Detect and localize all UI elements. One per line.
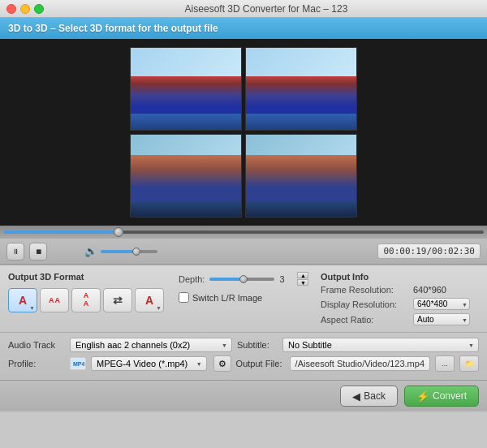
- convert-label: Convert: [433, 390, 467, 402]
- profile-label: Profile:: [8, 359, 65, 368]
- svg-text:MP4: MP4: [73, 361, 84, 367]
- display-resolution-select[interactable]: 640*480 1280*720 1920*1080: [413, 298, 470, 310]
- browse-button[interactable]: ...: [435, 355, 455, 372]
- depth-label: Depth:: [179, 274, 205, 284]
- aspect-ratio-select[interactable]: Auto 4:3 16:9: [413, 313, 470, 325]
- bottom-section: Audio Track English aac 2 channels (0x2)…: [0, 332, 487, 380]
- profile-logo-icon: MP4: [70, 357, 86, 370]
- convert-icon: ⚡: [416, 390, 429, 403]
- traffic-lights: [6, 4, 44, 14]
- format-btn-checker[interactable]: A ▼: [135, 288, 164, 312]
- volume-icon: 🔊: [84, 245, 97, 257]
- volume-slider[interactable]: [101, 250, 157, 253]
- time-display: 00:00:19/00:02:30: [377, 243, 481, 259]
- settings-panel: Output 3D Format A ▼ A A A A: [0, 265, 487, 332]
- folder-button[interactable]: 📁: [459, 355, 479, 372]
- format-btn-sbs[interactable]: A A: [40, 288, 69, 312]
- depth-slider[interactable]: [209, 278, 274, 281]
- spin-down[interactable]: ▼: [297, 279, 308, 286]
- format-btn-tb[interactable]: A A: [71, 288, 101, 312]
- video-cell-tr: [245, 47, 357, 131]
- controls-bar: ⏸ ⏹ 🔊 00:00:19/00:02:30: [0, 239, 487, 265]
- close-button[interactable]: [6, 4, 16, 14]
- display-resolution-label: Display Resolution:: [321, 299, 410, 309]
- video-grid: [130, 47, 357, 218]
- spin-up[interactable]: ▲: [297, 272, 308, 278]
- depth-spinner[interactable]: ▲ ▼: [297, 272, 308, 286]
- format-left: Output 3D Format A ▼ A A A A: [8, 272, 164, 312]
- subtitle-select[interactable]: No Subtitle: [282, 338, 479, 352]
- audio-select[interactable]: English aac 2 channels (0x2): [70, 338, 232, 352]
- output-file-path: /Aiseesoft Studio/Video/123.mp4: [290, 356, 430, 371]
- volume-section: 🔊: [84, 245, 157, 257]
- audio-label: Audio Track: [8, 340, 65, 350]
- audio-row: Audio Track English aac 2 channels (0x2)…: [8, 338, 479, 352]
- frame-resolution-value: 640*960: [413, 285, 446, 295]
- switch-lr-label: Switch L/R Image: [192, 293, 262, 303]
- switch-lr-checkbox[interactable]: [179, 292, 189, 303]
- output-info-title: Output Info: [321, 272, 479, 282]
- window-title: Aiseesoft 3D Converter for Mac – 123: [52, 3, 481, 15]
- audio-select-wrap[interactable]: English aac 2 channels (0x2): [70, 338, 232, 352]
- seek-bar-container[interactable]: [0, 226, 487, 239]
- volume-thumb[interactable]: [132, 248, 140, 256]
- output-file-label: Output File:: [236, 359, 285, 368]
- depth-value: 3: [279, 274, 292, 284]
- output-file-section: Output File: /Aiseesoft Studio/Video/123…: [236, 355, 479, 372]
- profile-row: Profile: MP4 MPEG-4 Video (*.mp4) ⚙ Outp…: [8, 355, 479, 372]
- back-icon: ◀: [352, 390, 360, 403]
- action-row: ◀ Back ⚡ Convert: [0, 380, 487, 411]
- aspect-ratio-select-wrap[interactable]: Auto 4:3 16:9: [413, 313, 470, 325]
- video-cell-br: [245, 134, 357, 218]
- frame-resolution-label: Frame Resolution:: [321, 285, 410, 295]
- minimize-button[interactable]: [20, 4, 30, 14]
- subtitle-label: Subtitle:: [237, 340, 278, 350]
- depth-section: Depth: 3 ▲ ▼ Switch L/R Image: [179, 272, 308, 303]
- aspect-ratio-row: Aspect Ratio: Auto 4:3 16:9: [321, 313, 479, 325]
- format-buttons: A ▼ A A A A ⇄ A: [8, 288, 164, 312]
- format-btn-anaglyph[interactable]: A ▼: [8, 288, 37, 312]
- back-label: Back: [364, 390, 386, 402]
- video-preview: [0, 39, 487, 226]
- format-row: Output 3D Format A ▼ A A A A: [8, 272, 479, 325]
- depth-thumb[interactable]: [239, 275, 248, 283]
- profile-select[interactable]: MPEG-4 Video (*.mp4): [91, 356, 207, 371]
- pause-button[interactable]: ⏸: [6, 243, 24, 261]
- format-section-label: Output 3D Format: [8, 272, 164, 282]
- video-cell-tl: [130, 47, 242, 131]
- header-label: 3D to 3D – Select 3D format for the outp…: [8, 23, 218, 34]
- subtitle-section: Subtitle: No Subtitle: [237, 338, 479, 352]
- back-button[interactable]: ◀ Back: [340, 386, 398, 407]
- format-btn-interlaced[interactable]: ⇄: [103, 288, 132, 312]
- display-resolution-select-wrap[interactable]: 640*480 1280*720 1920*1080: [413, 298, 470, 310]
- aspect-ratio-label: Aspect Ratio:: [321, 315, 410, 325]
- maximize-button[interactable]: [34, 4, 44, 14]
- stop-button[interactable]: ⏹: [29, 243, 47, 261]
- seek-thumb[interactable]: [114, 227, 123, 237]
- profile-settings-button[interactable]: ⚙: [213, 355, 231, 372]
- title-bar: Aiseesoft 3D Converter for Mac – 123: [0, 0, 487, 18]
- header-bar: 3D to 3D – Select 3D format for the outp…: [0, 18, 487, 39]
- subtitle-select-wrap[interactable]: No Subtitle: [282, 338, 479, 352]
- switch-lr-row: Switch L/R Image: [179, 292, 308, 303]
- video-cell-bl: [130, 134, 242, 218]
- convert-button[interactable]: ⚡ Convert: [404, 386, 479, 407]
- output-info-section: Output Info Frame Resolution: 640*960 Di…: [321, 272, 479, 325]
- profile-select-wrap[interactable]: MPEG-4 Video (*.mp4): [91, 356, 207, 371]
- seek-bar[interactable]: [3, 230, 484, 234]
- frame-resolution-row: Frame Resolution: 640*960: [321, 285, 479, 295]
- depth-row: Depth: 3 ▲ ▼: [179, 272, 308, 286]
- display-resolution-row: Display Resolution: 640*480 1280*720 192…: [321, 298, 479, 310]
